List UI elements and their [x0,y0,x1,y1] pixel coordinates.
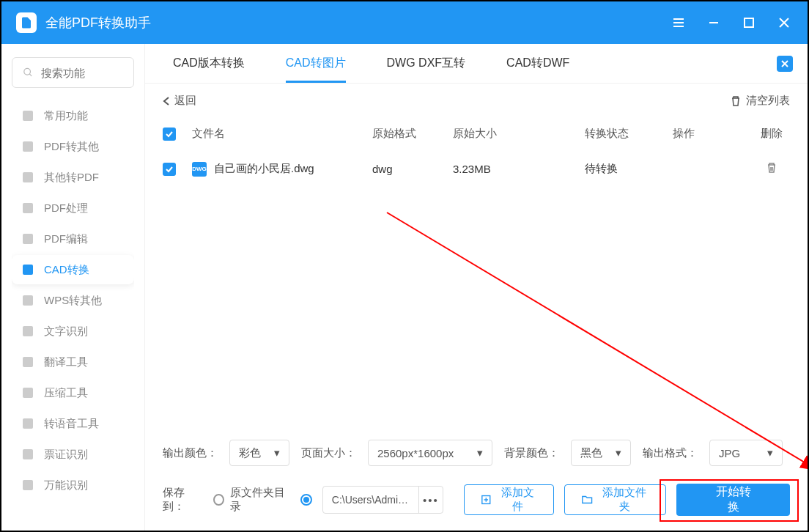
bottom-panel: 输出颜色： 彩色▾ 页面大小： 2560px*1600px▾ 背景颜色： 黑色▾… [145,426,808,531]
translate-icon [21,355,35,369]
pdf-in-icon [21,170,35,185]
sidebar-item-label: 转语音工具 [44,417,99,431]
minimize-icon[interactable] [705,14,723,32]
svg-rect-9 [23,326,33,336]
radio-icon [300,494,312,506]
cad-icon [21,262,35,277]
start-convert-button[interactable]: 开始转换 [676,484,790,516]
sidebar-item-wps[interactable]: WPS转其他 [12,286,134,315]
tabs: CAD版本转换 CAD转图片 DWG DXF互转 CAD转DWF [145,44,808,84]
chevron-down-icon: ▾ [616,446,621,459]
radio-custom-dir[interactable] [300,494,312,506]
file-status: 待转换 [585,162,673,176]
sidebar-item-universal[interactable]: 万能识别 [12,470,134,500]
header-delete: 删除 [753,127,790,141]
sidebar-item-pdf-to-other[interactable]: PDF转其他 [12,132,134,161]
chevron-down-icon: ▾ [767,446,773,459]
header-size: 原始大小 [453,127,585,141]
svg-rect-13 [23,449,33,459]
radio-orig-dir[interactable]: 原文件夹目录 [213,486,290,514]
chevron-left-icon [163,96,170,106]
svg-rect-3 [23,141,33,152]
svg-rect-10 [23,357,33,367]
sidebar-item-cad[interactable]: CAD转换 [12,255,134,284]
sidebar-item-other-to-pdf[interactable]: 其他转PDF [12,163,134,192]
file-format: dwg [372,163,453,175]
app-logo [16,12,37,33]
header-status: 转换状态 [585,127,673,141]
table-row: DWG 自己画的小民居.dwg dwg 3.23MB 待转换 [145,149,808,188]
search-field[interactable] [41,67,123,79]
sidebar-item-ocr[interactable]: 文字识别 [12,317,134,346]
browse-button[interactable]: ••• [418,487,443,513]
color-label: 输出颜色： [163,446,218,460]
add-folder-button[interactable]: 添加文件夹 [564,484,666,515]
svg-rect-0 [745,18,753,27]
header-action: 操作 [673,127,753,141]
format-label: 输出格式： [643,446,698,460]
close-icon[interactable] [775,14,793,32]
file-size: 3.23MB [453,163,585,175]
app-title: 全能PDF转换助手 [45,14,670,32]
add-file-button[interactable]: 添加文件 [464,484,554,515]
sidebar-item-pdf-process[interactable]: PDF处理 [12,193,134,223]
pdf-edit-icon [21,232,35,246]
compress-icon [21,385,35,400]
svg-rect-11 [23,388,33,398]
tab-cad-version[interactable]: CAD版本转换 [160,44,258,83]
tab-dwg-dxf[interactable]: DWG DXF互转 [374,44,479,83]
tab-cad-to-image[interactable]: CAD转图片 [273,44,359,83]
wps-icon [21,293,35,308]
plus-file-icon [481,494,492,506]
svg-point-1 [24,68,31,75]
svg-rect-6 [23,234,33,244]
sidebar-item-tts[interactable]: 转语音工具 [12,409,134,438]
toolbar: 返回 清空列表 [145,84,808,118]
back-button[interactable]: 返回 [163,94,196,108]
sidebar-item-label: 文字识别 [44,325,88,339]
color-select[interactable]: 彩色▾ [229,440,289,466]
trash-icon [730,95,742,107]
sidebar-item-ticket[interactable]: 票证识别 [12,440,134,469]
sidebar-item-label: 翻译工具 [44,355,88,369]
row-checkbox[interactable] [163,163,176,176]
bgcolor-select[interactable]: 黑色▾ [571,440,631,466]
content-area: CAD版本转换 CAD转图片 DWG DXF互转 CAD转DWF 返回 清空列表… [144,44,808,531]
select-all-checkbox[interactable] [163,128,176,141]
sidebar-item-myfiles[interactable]: 我的文件 [12,516,134,517]
sidebar-item-compress[interactable]: 压缩工具 [12,378,134,407]
save-to-label: 保存到： [163,486,203,514]
chevron-down-icon: ▾ [274,446,280,459]
svg-rect-2 [23,111,33,121]
pagesize-label: 页面大小： [301,446,356,460]
radio-icon [213,494,224,506]
svg-rect-7 [23,265,33,275]
sidebar-item-label: 其他转PDF [44,171,99,185]
header-filename: 文件名 [192,127,372,141]
sidebar-item-common[interactable]: 常用功能 [12,101,134,130]
svg-rect-8 [23,295,33,306]
pagesize-select[interactable]: 2560px*1600px▾ [368,440,492,466]
close-tab-button[interactable] [777,56,793,72]
sidebar-item-pdf-edit[interactable]: PDF编辑 [12,224,134,254]
clear-list-button[interactable]: 清空列表 [730,94,790,108]
sidebar-item-label: PDF编辑 [44,232,88,246]
sidebar-item-label: PDF转其他 [44,140,99,154]
search-input[interactable] [12,57,134,88]
sidebar-item-label: 票证识别 [44,448,88,462]
sidebar-item-label: 万能识别 [44,479,88,492]
svg-rect-12 [23,418,33,429]
pdf-out-icon [21,139,35,154]
sidebar-item-label: PDF处理 [44,202,88,215]
format-select[interactable]: JPG▾ [709,440,783,466]
sidebar-item-label: 压缩工具 [44,386,88,400]
chevron-down-icon: ▾ [477,446,483,459]
save-path: C:\Users\Adminis... [323,494,418,506]
delete-row-button[interactable] [765,161,778,177]
tab-cad-to-dwf[interactable]: CAD转DWF [493,44,583,83]
sidebar-item-translate[interactable]: 翻译工具 [12,347,134,377]
menu-icon[interactable] [670,14,687,32]
sidebar: 常用功能 PDF转其他 其他转PDF PDF处理 PDF编辑 CAD转换 WPS… [1,44,144,531]
maximize-icon[interactable] [740,14,758,32]
sidebar-item-label: 常用功能 [44,109,88,123]
